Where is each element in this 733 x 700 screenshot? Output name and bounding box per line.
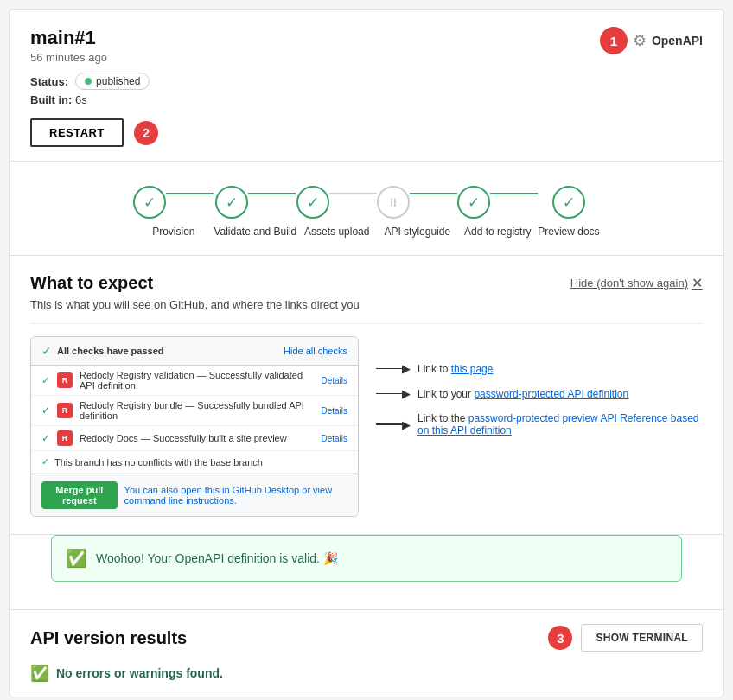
arrow-text-1: Link to this page [417, 363, 493, 375]
top-section: main#1 56 minutes ago 1 ⚙ OpenAPI Status… [10, 10, 723, 162]
main-container: main#1 56 minutes ago 1 ⚙ OpenAPI Status… [9, 9, 724, 697]
arrow-text-3: Link to the password-protected preview A… [417, 412, 703, 436]
arrow-dash-3 [376, 423, 402, 425]
github-card-footer: Merge pull request You can also open thi… [31, 474, 358, 516]
step-circle-registry [457, 186, 490, 219]
check-name-1: Redocly Registry validation — Successful… [80, 370, 314, 391]
pause-icon: ⏸ [387, 195, 399, 209]
gear-icon: ⚙ [633, 31, 647, 50]
arrow-item-3: ▶ Link to the password-protected preview… [376, 412, 703, 436]
built-value: 6s [75, 93, 87, 106]
check-all-icon: ✓ [41, 344, 52, 358]
what-content: ✓ All checks have passed Hide all checks… [30, 336, 703, 517]
connector-3 [329, 193, 377, 195]
pipeline-section: Provision Validate and Build [10, 162, 723, 256]
arrow-line-3: ▶ [376, 418, 411, 431]
connector-1 [166, 193, 214, 195]
check-icon-1: ✓ [41, 374, 50, 386]
pipeline-step-validate: Validate and Build [214, 186, 296, 238]
success-banner: ✅ Woohoo! Your OpenAPI definition is val… [51, 535, 682, 582]
github-preview-card: ✓ All checks have passed Hide all checks… [30, 336, 359, 517]
pipeline-step-preview: Preview docs [538, 186, 599, 238]
hide-link[interactable]: Hide (don't show again) ✕ [570, 275, 703, 291]
pipeline-step-provision: Provision [133, 186, 214, 238]
github-card-header: ✓ All checks have passed Hide all checks [31, 337, 358, 366]
check-detail-2[interactable]: Details [321, 406, 347, 416]
status-dot [85, 78, 92, 85]
openapi-badge: 1 ⚙ OpenAPI [600, 27, 703, 54]
arrow-text-2: Link to your password-protected API defi… [417, 388, 628, 400]
check-detail-1[interactable]: Details [321, 376, 347, 385]
arrow-head-1: ▶ [402, 362, 411, 375]
no-errors-row: ✅ No errors or warnings found. [30, 664, 703, 683]
arrow-line-2: ▶ [376, 387, 411, 400]
step-circle-assets [296, 186, 329, 219]
success-icon: ✅ [66, 548, 87, 569]
openapi-label: OpenAPI [652, 34, 703, 48]
arrow-item-2: ▶ Link to your password-protected API de… [376, 387, 703, 400]
arrow-dash-1 [376, 368, 402, 370]
redocly-icon-1: R [57, 372, 73, 388]
check-icon [226, 194, 238, 212]
check-row-3: ✓ R Redocly Docs — Successfully built a … [31, 426, 358, 451]
built-row: Built in: 6s [30, 93, 703, 106]
arrow-descriptions: ▶ Link to this page ▶ Link to your passw… [376, 336, 703, 436]
no-conflicts-text: This branch has no conflicts with the ba… [54, 457, 263, 468]
status-badge: published [75, 73, 150, 90]
arrow-line-1: ▶ [376, 362, 411, 375]
build-title: main#1 [30, 27, 107, 49]
check-name-2: Redocly Registry bundle — Successfully b… [80, 400, 314, 421]
step-circle-provision [133, 186, 166, 219]
restart-row: RESTART 2 [30, 118, 703, 147]
no-errors-icon: ✅ [30, 664, 49, 683]
check-icon [143, 194, 156, 212]
this-page-link[interactable]: this page [451, 363, 494, 375]
badge-1: 1 [600, 27, 628, 54]
step-circle-styleguide: ⏸ [377, 186, 410, 219]
pipeline-step-registry: Add to registry [457, 186, 538, 238]
what-to-expect-section: What to expect Hide (don't show again) ✕… [10, 256, 723, 535]
show-terminal-button[interactable]: SHOW TERMINAL [581, 624, 703, 652]
api-definition-link[interactable]: password-protected API definition [474, 388, 628, 400]
hide-all-link[interactable]: Hide all checks [284, 346, 347, 356]
status-row: Status: published [30, 73, 703, 90]
check-row-1: ✓ R Redocly Registry validation — Succes… [31, 366, 358, 396]
pipeline-step-assets: Assets upload [296, 186, 377, 238]
check-icon [563, 194, 575, 212]
status-value: published [96, 75, 140, 87]
redocly-icon-2: R [57, 403, 73, 418]
restart-button[interactable]: RESTART [30, 118, 124, 147]
built-label: Built in: [30, 93, 72, 106]
step-label-provision: Provision [152, 226, 194, 238]
step-label-assets: Assets upload [304, 226, 369, 238]
hide-label[interactable]: Hide (don't show again) [570, 277, 688, 290]
connector-5 [490, 193, 538, 195]
what-description: This is what you will see on GitHub, and… [30, 298, 703, 324]
api-results-section: API version results 3 SHOW TERMINAL ✅ No… [10, 609, 723, 697]
badge-3: 3 [548, 626, 572, 650]
check-icon [468, 194, 480, 212]
check-name-3: Redocly Docs — Successfully built a site… [80, 433, 314, 443]
check-detail-3[interactable]: Details [321, 434, 347, 443]
results-header: API version results 3 SHOW TERMINAL [30, 624, 703, 652]
check-icon [307, 194, 319, 212]
step-label-validate: Validate and Build [214, 226, 296, 238]
merge-button[interactable]: Merge pull request [41, 481, 118, 509]
close-icon[interactable]: ✕ [692, 275, 703, 291]
no-conflicts-row: ✓ This branch has no conflicts with the … [31, 451, 358, 474]
step-label-styleguide: API styleguide [384, 226, 450, 238]
arrow-dash-2 [376, 393, 402, 395]
check-icon-3: ✓ [41, 432, 50, 444]
no-errors-text: No errors or warnings found. [56, 666, 223, 680]
step-label-registry: Add to registry [464, 226, 531, 238]
footer-small-text: You can also open this in GitHub Desktop… [124, 485, 347, 506]
step-circle-validate [215, 186, 248, 219]
api-reference-link[interactable]: password-protected preview API Reference… [417, 412, 699, 436]
success-text: Woohoo! Your OpenAPI definition is valid… [96, 551, 338, 565]
build-time: 56 minutes ago [30, 51, 107, 64]
status-label: Status: [30, 75, 68, 88]
arrow-head-2: ▶ [402, 387, 411, 400]
results-right: 3 SHOW TERMINAL [548, 624, 703, 652]
check-row-2: ✓ R Redocly Registry bundle — Successful… [31, 396, 358, 426]
what-header: What to expect Hide (don't show again) ✕ [30, 273, 703, 293]
